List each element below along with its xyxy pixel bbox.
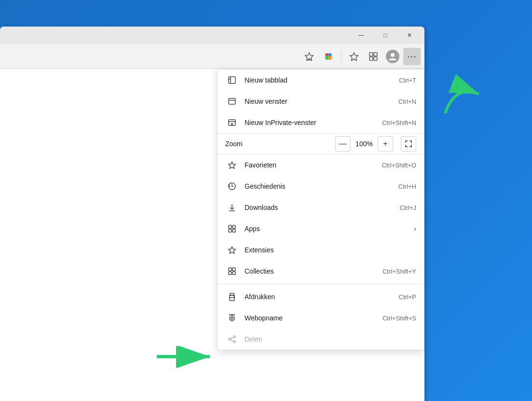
- svg-point-37: [233, 296, 234, 297]
- more-button[interactable]: ···: [403, 48, 421, 65]
- screenshot-icon: [225, 311, 239, 325]
- collections-button[interactable]: [365, 48, 382, 65]
- menu-item-inprivate[interactable]: Nieuw InPrivate-venster Ctrl+Shift+N: [218, 112, 424, 133]
- zoom-decrease-button[interactable]: —: [335, 136, 351, 152]
- browser-window: — □ ✕: [0, 27, 424, 401]
- svg-rect-16: [229, 98, 235, 104]
- svg-rect-26: [232, 225, 235, 228]
- svg-line-45: [231, 340, 233, 341]
- svg-point-43: [233, 341, 235, 343]
- inprivate-shortcut: Ctrl+Shift+N: [382, 119, 416, 126]
- extensions-label: Extensies: [245, 246, 416, 254]
- print-shortcut: Ctrl+P: [399, 293, 416, 301]
- new-tab-icon: [225, 73, 239, 87]
- screenshot-label: Webopname: [245, 314, 382, 322]
- zoom-row: Zoom — 100% +: [218, 133, 424, 154]
- menu-item-apps[interactable]: Apps ›: [218, 218, 424, 239]
- svg-rect-32: [229, 272, 232, 275]
- svg-marker-29: [229, 247, 236, 254]
- menu-item-screenshot[interactable]: Webopname Ctrl+Shift+S: [218, 307, 424, 329]
- collections-menu-icon: [225, 264, 239, 278]
- inprivate-label: Nieuw InPrivate-venster: [245, 119, 382, 126]
- print-label: Afdrukken: [245, 293, 399, 301]
- menu-divider-1: [218, 284, 424, 284]
- print-icon: [225, 290, 239, 304]
- new-tab-shortcut: Ctrl+T: [399, 77, 416, 84]
- new-tab-label: Nieuw tabblad: [245, 76, 399, 84]
- svg-rect-13: [229, 77, 235, 83]
- svg-point-12: [391, 53, 395, 57]
- svg-rect-35: [230, 298, 234, 301]
- arrow-indicator-left: [154, 346, 217, 370]
- share-label: Delen: [245, 335, 416, 343]
- new-window-icon: [225, 95, 239, 108]
- menu-item-print[interactable]: Afdrukken Ctrl+P: [218, 286, 424, 307]
- svg-marker-7: [350, 53, 358, 61]
- menu-item-share[interactable]: Delen: [218, 329, 424, 350]
- zoom-increase-button[interactable]: +: [378, 136, 393, 152]
- history-shortcut: Ctrl+H: [398, 183, 416, 190]
- collections-label: Collecties: [245, 267, 382, 275]
- inprivate-icon: [225, 116, 239, 129]
- svg-marker-21: [229, 162, 236, 169]
- zoom-controls: — 100% +: [335, 136, 416, 152]
- svg-rect-36: [230, 293, 234, 295]
- apps-icon: [225, 222, 239, 235]
- history-icon: [225, 180, 239, 193]
- menu-item-new-window[interactable]: Nieuw venster Ctrl+N: [218, 91, 424, 112]
- svg-rect-31: [232, 268, 235, 271]
- svg-point-39: [231, 318, 233, 319]
- profile-button[interactable]: [384, 48, 401, 65]
- collections-shortcut: Ctrl+Shift+Y: [382, 268, 416, 275]
- menu-item-favorites[interactable]: Favorieten Ctrl+Shift+O: [218, 154, 424, 176]
- copilot-button[interactable]: [320, 48, 337, 65]
- favorites-menu-icon: [225, 158, 239, 172]
- downloads-label: Downloads: [245, 204, 400, 211]
- svg-rect-9: [374, 53, 377, 56]
- svg-rect-11: [374, 57, 377, 60]
- new-window-shortcut: Ctrl+N: [398, 98, 416, 105]
- menu-item-collections[interactable]: Collecties Ctrl+Shift+Y: [218, 261, 424, 282]
- svg-point-42: [229, 338, 231, 340]
- svg-rect-33: [232, 272, 235, 275]
- apps-arrow-icon: ›: [414, 225, 416, 233]
- svg-point-20: [231, 123, 233, 125]
- share-icon: [225, 332, 239, 346]
- close-button[interactable]: ✕: [398, 28, 421, 43]
- browser-toolbar: ···: [0, 44, 424, 69]
- svg-rect-25: [229, 225, 232, 228]
- downloads-shortcut: Ctrl+J: [400, 204, 416, 211]
- svg-rect-8: [369, 53, 373, 56]
- svg-point-6: [328, 56, 332, 60]
- minimize-button[interactable]: —: [350, 28, 372, 43]
- titlebar: — □ ✕: [0, 27, 424, 44]
- menu-item-downloads[interactable]: Downloads Ctrl+J: [218, 197, 424, 218]
- svg-point-38: [230, 316, 234, 321]
- svg-rect-10: [369, 57, 373, 60]
- zoom-value: 100%: [355, 140, 374, 148]
- apps-label: Apps: [245, 225, 410, 233]
- svg-rect-27: [229, 229, 232, 232]
- zoom-fullscreen-button[interactable]: [401, 136, 416, 152]
- context-menu: Nieuw tabblad Ctrl+T Nieuw venster Ctrl+…: [217, 69, 424, 350]
- screenshot-shortcut: Ctrl+Shift+S: [382, 315, 416, 322]
- maximize-button[interactable]: □: [374, 28, 396, 43]
- favorites-button[interactable]: [345, 48, 363, 65]
- svg-line-44: [231, 337, 233, 339]
- menu-item-history[interactable]: Geschiedenis Ctrl+H: [218, 176, 424, 197]
- profile-avatar: [386, 50, 399, 63]
- history-label: Geschiedenis: [245, 182, 398, 190]
- add-favorites-button[interactable]: [300, 48, 318, 65]
- svg-rect-28: [232, 229, 235, 232]
- favorites-shortcut: Ctrl+Shift+O: [382, 162, 416, 169]
- favorites-label: Favorieten: [245, 161, 382, 169]
- svg-rect-30: [229, 268, 232, 271]
- menu-item-extensions[interactable]: Extensies: [218, 239, 424, 261]
- new-window-label: Nieuw venster: [245, 97, 398, 105]
- arrow-indicator-top: [440, 70, 489, 120]
- downloads-icon: [225, 201, 239, 214]
- svg-point-41: [233, 336, 235, 338]
- zoom-label: Zoom: [225, 140, 335, 148]
- menu-item-new-tab[interactable]: Nieuw tabblad Ctrl+T: [218, 69, 424, 91]
- extensions-icon: [225, 243, 239, 257]
